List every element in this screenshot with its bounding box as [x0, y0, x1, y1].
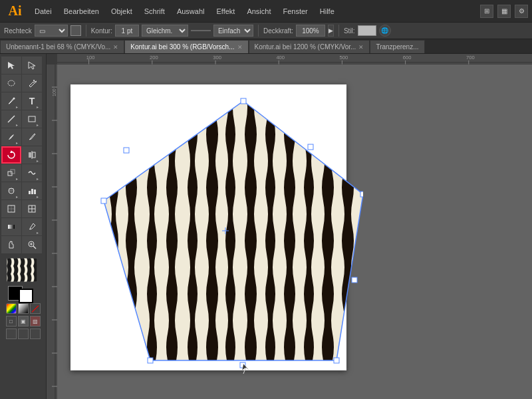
- tab-2[interactable]: Kontur.ai bei 1200 % (CMYK/Vor... ✕: [249, 40, 370, 53]
- menu-objekt[interactable]: Objekt: [108, 6, 136, 17]
- svg-rect-61: [241, 98, 246, 104]
- tool-row-8: ▸ ▸: [1, 182, 45, 200]
- pencil-tool[interactable]: [22, 128, 42, 146]
- arrange-icon[interactable]: ⊞: [480, 5, 493, 18]
- canvas-content[interactable]: [57, 65, 532, 399]
- title-bar: Ai Datei Bearbeiten Objekt Schrift Auswa…: [0, 0, 532, 22]
- eyedropper-tool[interactable]: ▸: [22, 218, 42, 235]
- svg-point-0: [8, 80, 15, 86]
- tool-row-3: ▸ T ▸: [1, 92, 45, 110]
- menu-bearbeiten[interactable]: Bearbeiten: [61, 6, 102, 17]
- magic-wand-tool[interactable]: [22, 74, 42, 92]
- shape-label: Rechteck: [4, 27, 32, 35]
- tool-row-6: ▸: [1, 146, 45, 164]
- rect-tool[interactable]: ▸: [22, 110, 42, 128]
- submenu-arrow-r: ▸: [37, 122, 41, 126]
- menu-schrift[interactable]: Schrift: [141, 6, 168, 17]
- opacity-input[interactable]: [296, 25, 325, 37]
- zoom-tool[interactable]: [22, 236, 42, 253]
- zebra-object-container[interactable]: [84, 94, 336, 340]
- extra-btn-2[interactable]: [18, 329, 29, 339]
- stroke-style-select[interactable]: Einfach: [213, 25, 253, 37]
- svg-rect-67: [352, 277, 357, 283]
- svg-rect-6: [29, 152, 31, 158]
- svg-rect-4: [29, 116, 35, 122]
- extra-btn-3[interactable]: [30, 329, 41, 339]
- svg-text:400: 400: [276, 55, 285, 61]
- screen-mode-btn[interactable]: □: [6, 316, 17, 327]
- ruler-corner: [47, 54, 57, 65]
- menu-fenster[interactable]: Fenster: [279, 6, 311, 17]
- tab-3[interactable]: Tranzperenz...: [370, 40, 424, 53]
- stroke-color-swatch[interactable]: [19, 289, 33, 303]
- presentation-btn[interactable]: ▨: [30, 316, 41, 327]
- direct-select-tool[interactable]: [22, 57, 42, 74]
- svg-rect-63: [334, 358, 339, 363]
- slice-tool[interactable]: [1, 200, 21, 217]
- rotate-tool[interactable]: [1, 146, 21, 164]
- tabs-bar: Unbenannt-1 bei 68 % (CMYK/Vo... ✕ Kontu…: [0, 39, 532, 54]
- svg-rect-12: [29, 191, 31, 194]
- main-area: ▸ T ▸ ▸ ▸ ▸: [0, 54, 532, 399]
- mesh-tool[interactable]: [22, 200, 42, 217]
- hand-tool[interactable]: [1, 236, 21, 253]
- canvas-area[interactable]: 100 200 300 400 500 600 700: [47, 54, 532, 399]
- tab-close-1[interactable]: ✕: [237, 44, 243, 51]
- svg-text:100: 100: [52, 88, 57, 96]
- app-logo: Ai: [4, 3, 26, 19]
- menu-hilfe[interactable]: Hilfe: [317, 6, 338, 17]
- reflect-tool[interactable]: ▸: [22, 146, 42, 164]
- symbol-tool[interactable]: ▸: [1, 182, 21, 200]
- pattern-swatch[interactable]: [7, 258, 37, 282]
- stroke-line-preview: [191, 30, 211, 31]
- svg-rect-14: [34, 190, 36, 194]
- svg-text:700: 700: [466, 55, 475, 61]
- shape-selector[interactable]: ▭: [35, 25, 68, 37]
- select-tool[interactable]: [1, 57, 21, 74]
- menu-auswahl[interactable]: Auswahl: [174, 6, 208, 17]
- tool-row-9: [1, 200, 45, 217]
- extra-btn-1[interactable]: [6, 329, 17, 339]
- tool-row-5: ▸: [1, 128, 45, 146]
- svg-point-2: [13, 98, 15, 100]
- lasso-tool[interactable]: [1, 74, 21, 92]
- tab-0[interactable]: Unbenannt-1 bei 68 % (CMYK/Vo... ✕: [0, 40, 124, 53]
- tool-row-11: [1, 236, 45, 253]
- svg-rect-62: [360, 192, 363, 197]
- menu-datei[interactable]: Datei: [31, 6, 55, 17]
- menu-effekt[interactable]: Effekt: [213, 6, 238, 17]
- warp-tool[interactable]: ▸: [22, 164, 42, 182]
- menu-ansicht[interactable]: Ansicht: [243, 6, 274, 17]
- stroke-type-select[interactable]: Gleichm.: [142, 25, 188, 37]
- graph-tool[interactable]: ▸: [22, 182, 42, 200]
- svg-rect-7: [33, 152, 35, 158]
- color-icon[interactable]: [6, 303, 17, 314]
- pen-tool[interactable]: ▸: [1, 92, 21, 110]
- text-tool[interactable]: T ▸: [22, 92, 42, 110]
- tool-row-4: ▸ ▸: [1, 110, 45, 128]
- settings-icon[interactable]: ⚙: [515, 5, 528, 18]
- none-icon[interactable]: [30, 303, 41, 314]
- tab-close-0[interactable]: ✕: [113, 44, 118, 51]
- brush-tool[interactable]: ▸: [1, 128, 21, 146]
- gradient-icon[interactable]: [18, 303, 29, 314]
- full-screen-btn[interactable]: ▣: [18, 316, 29, 327]
- scale-tool[interactable]: ▸: [1, 164, 21, 182]
- tab-close-2[interactable]: ✕: [358, 44, 364, 51]
- line-tool[interactable]: ▸: [1, 110, 21, 128]
- zebra-svg[interactable]: [84, 94, 363, 374]
- tab-1[interactable]: Kontur.ai bei 300 % (RGB/Vorsch... ✕: [124, 40, 248, 53]
- separator-3: [338, 25, 339, 37]
- style-swatch[interactable]: [358, 25, 376, 36]
- stroke-width-input[interactable]: [115, 25, 139, 37]
- gradient-tool[interactable]: [1, 218, 21, 235]
- fill-swatch[interactable]: [70, 25, 81, 36]
- svg-text:200: 200: [150, 55, 158, 61]
- svg-rect-69: [124, 148, 129, 153]
- svg-text:500: 500: [340, 55, 348, 61]
- tool-row-10: ▸: [1, 218, 45, 235]
- globe-icon[interactable]: 🌐: [379, 25, 391, 37]
- grid-icon[interactable]: ▦: [497, 5, 511, 18]
- opacity-more-btn[interactable]: ▶: [328, 25, 334, 37]
- svg-rect-65: [101, 198, 106, 203]
